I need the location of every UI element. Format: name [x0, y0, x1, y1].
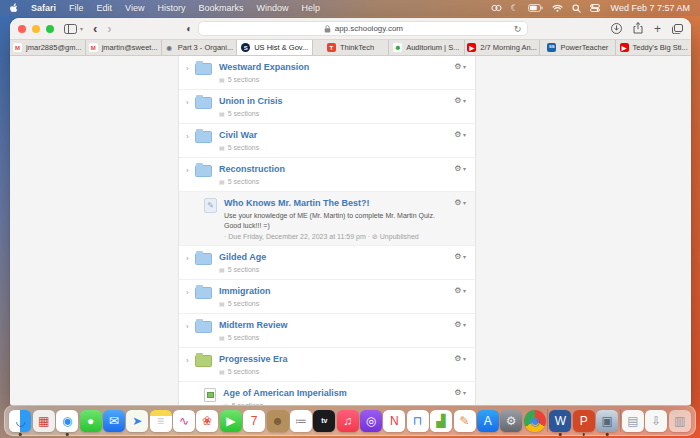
dock-icon-app-store[interactable]: A [477, 410, 499, 432]
menu-item-window[interactable]: Window [256, 3, 288, 13]
dock-icon-safari[interactable]: ◉ [56, 410, 78, 432]
menu-item-history[interactable]: History [157, 3, 185, 13]
quiz-icon[interactable]: ✎ [204, 198, 217, 213]
folder-icon[interactable] [195, 63, 212, 75]
tab-thinktech[interactable]: TThinkTech [313, 40, 389, 55]
course-item-title[interactable]: Reconstruction [219, 164, 467, 174]
dock-icon-word[interactable]: W [549, 410, 571, 432]
dock-icon-notes[interactable]: ≡ [150, 410, 172, 432]
folder-icon[interactable] [195, 287, 212, 299]
folder-icon[interactable] [195, 131, 212, 143]
expand-chevron-icon[interactable]: › [186, 254, 195, 263]
dock-icon-reminders[interactable]: ≔ [290, 410, 312, 432]
dock-icon-photos[interactable]: ❀ [196, 410, 218, 432]
folder-icon[interactable] [195, 97, 212, 109]
focus-moon-icon[interactable]: ☾ [511, 4, 519, 13]
new-tab-icon[interactable]: + [654, 24, 661, 34]
item-options-gear-icon[interactable]: ⚙ ▾ [454, 286, 466, 295]
dock-icon-system-settings[interactable]: ⚙ [500, 410, 522, 432]
menu-item-help[interactable]: Help [301, 3, 320, 13]
item-options-gear-icon[interactable]: ⚙ ▾ [454, 252, 466, 261]
menu-item-safari[interactable]: Safari [31, 3, 56, 13]
folder-icon[interactable] [195, 253, 212, 265]
dock-icon-downloads-stack[interactable]: ⇩ [645, 410, 667, 432]
dock-icon-calendar[interactable]: 7 [243, 410, 265, 432]
address-field[interactable]: app.schoology.com ↻ [198, 21, 528, 36]
sidebar-toggle-icon[interactable]: ▾ [64, 24, 83, 34]
share-icon[interactable] [633, 20, 643, 38]
dock-icon-contacts[interactable]: ☻ [267, 410, 289, 432]
expand-chevron-icon[interactable]: › [186, 132, 195, 141]
tab-morning-ann[interactable]: ▶2/7 Morning An... [465, 40, 541, 55]
item-options-gear-icon[interactable]: ⚙ ▾ [454, 198, 466, 207]
item-options-gear-icon[interactable]: ⚙ ▾ [454, 320, 466, 329]
page-icon[interactable] [204, 388, 216, 402]
course-item-title[interactable]: Progressive Era [219, 354, 467, 364]
dock-icon-apple-tv[interactable]: tv [313, 410, 335, 432]
item-options-gear-icon[interactable]: ⚙ ▾ [454, 96, 466, 105]
item-options-gear-icon[interactable]: ⚙ ▾ [454, 164, 466, 173]
tab-overview-icon[interactable] [672, 20, 683, 38]
item-options-gear-icon[interactable]: ⚙ ▾ [454, 130, 466, 139]
dock-icon-messages[interactable]: ● [80, 410, 102, 432]
back-button[interactable]: ‹ [93, 21, 97, 36]
folder-icon[interactable] [195, 321, 212, 333]
folder-icon[interactable] [195, 165, 212, 177]
tab-teddys[interactable]: ▶Teddy's Big Sti... [616, 40, 691, 55]
course-item-title[interactable]: Westward Expansion [219, 62, 467, 72]
dock-icon-freeform[interactable]: ∿ [173, 410, 195, 432]
dock-icon-trash[interactable]: ▥ [669, 410, 691, 432]
expand-chevron-icon[interactable]: › [186, 98, 195, 107]
tab-powerteacher[interactable]: SISPowerTeacher [540, 40, 616, 55]
expand-chevron-icon[interactable]: › [186, 322, 195, 331]
expand-chevron-icon[interactable]: › [186, 288, 195, 297]
dock-icon-maps[interactable]: ➤ [126, 410, 148, 432]
tab-part3[interactable]: ◉Part 3 - Organi... [162, 40, 238, 55]
control-center-icon[interactable] [590, 4, 600, 12]
minimize-window-button[interactable] [32, 25, 40, 33]
dock-icon-chrome[interactable]: ◉ [524, 410, 546, 432]
screen-mirroring-icon[interactable] [491, 4, 502, 12]
course-item-title[interactable]: Civil War [219, 130, 467, 140]
downloads-icon[interactable] [611, 20, 622, 38]
tab-auditorium[interactable]: ❃Auditorium | S... [389, 40, 465, 55]
tab-jmar2885[interactable]: Mjmar2885@gm... [10, 40, 86, 55]
course-item-title[interactable]: Gilded Age [219, 252, 467, 262]
dock-icon-launchpad[interactable]: ▦ [33, 410, 55, 432]
menu-bar-clock[interactable]: Wed Feb 7 7:57 AM [611, 3, 690, 13]
expand-chevron-icon[interactable]: › [186, 166, 195, 175]
spotlight-search-icon[interactable] [572, 4, 581, 13]
battery-icon[interactable] [528, 4, 543, 12]
item-options-gear-icon[interactable]: ⚙ ▾ [454, 354, 466, 363]
course-item-title[interactable]: Immigration [219, 286, 467, 296]
dock-icon-pages[interactable]: ✎ [454, 410, 476, 432]
course-item-title[interactable]: Union in Crisis [219, 96, 467, 106]
item-options-gear-icon[interactable]: ⚙ ▾ [454, 388, 466, 397]
expand-chevron-icon[interactable]: › [186, 356, 195, 365]
dock-icon-keynote[interactable]: ⊓ [407, 410, 429, 432]
dock-icon-powerpoint[interactable]: P [573, 410, 595, 432]
wifi-icon[interactable] [552, 4, 563, 12]
menu-item-bookmarks[interactable]: Bookmarks [198, 3, 243, 13]
expand-chevron-icon[interactable]: › [186, 64, 195, 73]
course-item-title[interactable]: Midterm Review [219, 320, 467, 330]
privacy-report-icon[interactable]: ◐ [186, 23, 192, 34]
tab-jmartin[interactable]: Mjmartin@sweet... [86, 40, 162, 55]
reload-icon[interactable]: ↻ [514, 24, 522, 34]
dock-icon-mail[interactable]: ✉ [103, 410, 125, 432]
menu-item-file[interactable]: File [69, 3, 84, 13]
dock-icon-facetime[interactable]: ▶ [220, 410, 242, 432]
menu-item-edit[interactable]: Edit [97, 3, 113, 13]
dock-icon-minimized-window[interactable]: ▣ [596, 410, 618, 432]
tab-us-hist-gov[interactable]: SUS Hist & Gov... [237, 40, 313, 55]
dock-icon-news[interactable]: N [383, 410, 405, 432]
dock-icon-podcasts[interactable]: ◎ [360, 410, 382, 432]
item-options-gear-icon[interactable]: ⚙ ▾ [454, 62, 466, 71]
folder-icon[interactable] [195, 355, 212, 367]
dock-icon-documents-stack[interactable]: ▤ [622, 410, 644, 432]
course-item-title[interactable]: Age of American Imperialism [223, 388, 467, 398]
dock-icon-music[interactable]: ♫ [337, 410, 359, 432]
menu-item-view[interactable]: View [125, 3, 144, 13]
course-item-title[interactable]: Who Knows Mr. Martin The Best?! [224, 198, 467, 208]
apple-menu-icon[interactable] [10, 3, 19, 13]
